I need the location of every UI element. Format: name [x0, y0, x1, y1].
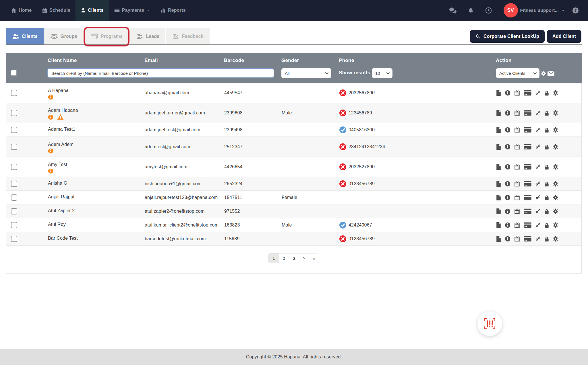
- info-circle-icon[interactable]: [505, 181, 510, 187]
- row-checkbox[interactable]: [11, 90, 17, 96]
- credit-card-icon[interactable]: [524, 236, 531, 242]
- info-circle-icon[interactable]: [505, 110, 510, 116]
- calendar-icon[interactable]: [514, 195, 520, 200]
- row-checkbox[interactable]: [11, 110, 17, 116]
- compress-icon[interactable]: [535, 127, 541, 132]
- client-name[interactable]: Adama Test1: [48, 127, 75, 132]
- client-name[interactable]: Atul Roy: [48, 222, 66, 227]
- credit-card-icon[interactable]: [524, 208, 531, 214]
- row-checkbox[interactable]: [11, 194, 17, 201]
- gear-icon[interactable]: [553, 164, 558, 170]
- compress-icon[interactable]: [535, 90, 541, 95]
- warning-icon[interactable]: [57, 114, 64, 120]
- calendar-icon[interactable]: [514, 236, 520, 242]
- info-circle-icon[interactable]: [505, 236, 510, 242]
- page-button-last[interactable]: »: [309, 253, 319, 263]
- row-checkbox[interactable]: [11, 181, 17, 187]
- credit-card-icon[interactable]: [524, 222, 531, 228]
- select-all-checkbox[interactable]: [11, 70, 17, 76]
- corporate-client-lookup-button[interactable]: Corporate Client LookUp: [470, 30, 545, 43]
- info-icon[interactable]: [48, 168, 53, 174]
- search-input[interactable]: [47, 68, 274, 78]
- file-icon[interactable]: [496, 144, 501, 150]
- compress-icon[interactable]: [535, 110, 541, 116]
- gear-icon[interactable]: [553, 127, 558, 133]
- tab-clients[interactable]: Clients: [6, 28, 44, 44]
- client-status-filter-select[interactable]: Active Clients: [496, 68, 539, 78]
- file-icon[interactable]: [496, 181, 501, 187]
- barcode-scan-button[interactable]: [477, 311, 502, 336]
- compress-icon[interactable]: [535, 144, 541, 149]
- row-checkbox[interactable]: [11, 236, 17, 242]
- calendar-icon[interactable]: [514, 127, 520, 133]
- row-checkbox[interactable]: [11, 222, 17, 228]
- gear-icon[interactable]: [553, 195, 558, 200]
- lock-icon[interactable]: [544, 127, 549, 133]
- credit-card-icon[interactable]: [524, 164, 531, 170]
- gender-filter-select[interactable]: All: [281, 68, 331, 78]
- lock-icon[interactable]: [544, 236, 549, 242]
- lock-icon[interactable]: [544, 222, 549, 228]
- nav-item-schedule[interactable]: Schedule: [37, 0, 76, 21]
- nav-item-reports[interactable]: Reports: [155, 0, 191, 21]
- info-circle-icon[interactable]: [505, 222, 510, 228]
- info-icon[interactable]: [48, 148, 53, 154]
- nav-item-clients[interactable]: Clients: [76, 0, 109, 21]
- credit-card-icon[interactable]: [524, 127, 531, 133]
- calendar-icon[interactable]: [514, 181, 520, 187]
- row-checkbox[interactable]: [11, 208, 17, 214]
- help-icon[interactable]: ?: [572, 7, 579, 14]
- calendar-icon[interactable]: [514, 144, 520, 150]
- credit-card-icon[interactable]: [524, 195, 531, 200]
- compress-icon[interactable]: [535, 208, 541, 214]
- client-name[interactable]: Adam Hapana: [48, 108, 78, 113]
- lock-icon[interactable]: [544, 90, 549, 96]
- tab-programs[interactable]: Programs: [84, 28, 129, 44]
- compress-icon[interactable]: [535, 181, 541, 186]
- row-checkbox[interactable]: [11, 127, 17, 133]
- account-menu[interactable]: Fitness Support...: [520, 8, 559, 13]
- row-checkbox[interactable]: [11, 144, 17, 150]
- lock-icon[interactable]: [544, 110, 549, 116]
- gear-icon[interactable]: [553, 181, 558, 187]
- lock-icon[interactable]: [544, 195, 549, 200]
- page-button-1[interactable]: 1: [269, 253, 279, 263]
- gear-icon[interactable]: [553, 236, 558, 242]
- avatar[interactable]: SV: [504, 3, 518, 17]
- client-name[interactable]: A Hapana: [48, 88, 69, 93]
- file-icon[interactable]: [496, 222, 501, 228]
- lock-icon[interactable]: [544, 208, 549, 214]
- file-icon[interactable]: [496, 236, 501, 242]
- client-name[interactable]: Anisha G: [48, 181, 67, 186]
- credit-card-icon[interactable]: [524, 110, 531, 116]
- lock-icon[interactable]: [544, 144, 549, 150]
- tab-leads[interactable]: Leads: [130, 28, 165, 44]
- lock-icon[interactable]: [544, 164, 549, 170]
- gear-icon[interactable]: [553, 90, 558, 96]
- page-button-3[interactable]: 3: [289, 253, 299, 263]
- file-icon[interactable]: [496, 195, 501, 200]
- info-circle-icon[interactable]: [505, 208, 510, 214]
- clock-icon[interactable]: [485, 7, 492, 14]
- info-circle-icon[interactable]: [505, 90, 510, 96]
- credit-card-icon[interactable]: [524, 181, 531, 187]
- client-name[interactable]: Adem Adem: [48, 142, 74, 147]
- gear-icon[interactable]: [553, 208, 558, 214]
- page-button-2[interactable]: 2: [279, 253, 289, 263]
- gear-icon[interactable]: [553, 144, 558, 150]
- gear-icon[interactable]: [553, 222, 558, 228]
- tab-groups[interactable]: Groups: [44, 28, 83, 44]
- file-icon[interactable]: [496, 90, 501, 96]
- add-client-button[interactable]: Add Client: [547, 30, 581, 43]
- calendar-icon[interactable]: [514, 164, 520, 170]
- compress-icon[interactable]: [535, 164, 541, 169]
- settings-gear-icon[interactable]: [541, 71, 546, 76]
- info-icon[interactable]: [48, 94, 53, 100]
- chat-icon[interactable]: [449, 7, 457, 14]
- client-name[interactable]: Bar Code Test: [48, 236, 78, 241]
- compress-icon[interactable]: [535, 222, 541, 228]
- show-results-select[interactable]: 10: [372, 68, 392, 78]
- info-icon[interactable]: [48, 114, 53, 120]
- compress-icon[interactable]: [535, 195, 541, 200]
- bell-icon[interactable]: [468, 7, 474, 14]
